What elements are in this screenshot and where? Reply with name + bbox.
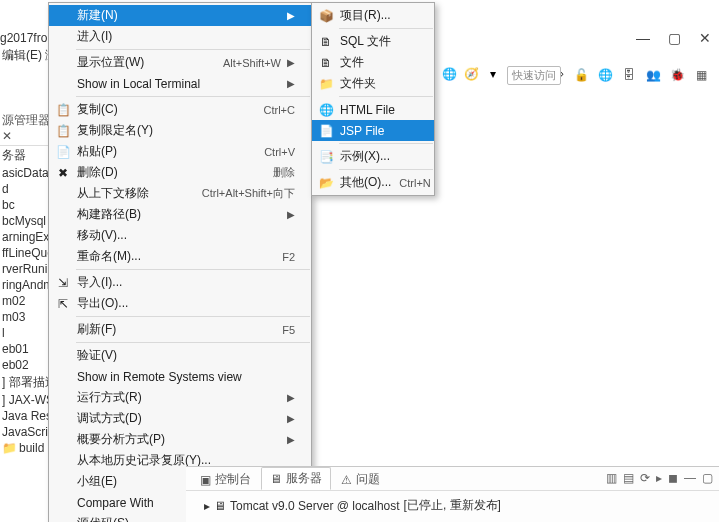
context-menu-item[interactable]: 刷新(F)F5 xyxy=(49,319,311,340)
window-controls: — ▢ ✕ xyxy=(636,30,711,46)
context-menu-item[interactable]: 📋复制(C)Ctrl+C xyxy=(49,99,311,120)
menu-item-label: 构建路径(B) xyxy=(77,206,281,223)
import-icon: ⇲ xyxy=(55,275,71,291)
context-menu-item[interactable]: 新建(N)▶ xyxy=(49,5,311,26)
menu-item-label: 示例(X)... xyxy=(340,148,418,165)
quick-access-input[interactable]: 快速访问 xyxy=(507,66,561,85)
menu-item-label: 概要分析方式(P) xyxy=(77,431,281,448)
maximize-button[interactable]: ▢ xyxy=(668,30,681,46)
context-menu-item[interactable]: ✖删除(D)删除 xyxy=(49,162,311,183)
perspective-team-icon[interactable]: 👥 xyxy=(643,65,663,85)
context-menu-item[interactable]: ⇱导出(O)... xyxy=(49,293,311,314)
menu-item-label: 项目(R)... xyxy=(340,7,418,24)
bottom-tab-console[interactable]: ▣控制台 xyxy=(192,469,259,490)
context-menu-item[interactable]: 进入(I) xyxy=(49,26,311,47)
context-menu-item[interactable]: 📋复制限定名(Y) xyxy=(49,120,311,141)
new-submenu-item[interactable]: 📄JSP File xyxy=(312,120,434,141)
context-menu-item[interactable]: 显示位置(W)Alt+Shift+W▶ xyxy=(49,52,311,73)
menu-item-label: 验证(V) xyxy=(77,347,295,364)
context-menu-item[interactable]: 从上下文移除Ctrl+Alt+Shift+向下 xyxy=(49,183,311,204)
tab-label: 问题 xyxy=(356,471,380,488)
bottom-tab-server[interactable]: 🖥服务器 xyxy=(261,467,331,490)
context-menu-item[interactable]: 调试方式(D)▶ xyxy=(49,408,311,429)
submenu-arrow-icon: ▶ xyxy=(287,78,295,89)
panel-maximize-icon[interactable]: ▢ xyxy=(702,471,713,485)
context-menu-item[interactable]: 移动(V)... xyxy=(49,225,311,246)
problems-icon: ⚠ xyxy=(341,473,352,487)
context-menu-item[interactable]: 验证(V) xyxy=(49,345,311,366)
menu-item-shortcut: F2 xyxy=(282,251,295,263)
context-menu-item[interactable]: 概要分析方式(P)▶ xyxy=(49,429,311,450)
dropdown-icon[interactable]: ▾ xyxy=(484,65,502,83)
menu-item-label: 进入(I) xyxy=(77,28,295,45)
new-submenu: 📦项目(R)...🗎SQL 文件🗎文件📁文件夹🌐HTML File📄JSP Fi… xyxy=(311,2,435,196)
new-submenu-item[interactable]: 🗎文件 xyxy=(312,52,434,73)
menu-item-label: 导入(I)... xyxy=(77,274,295,291)
new-submenu-item[interactable]: 📂其他(O)...Ctrl+N xyxy=(312,172,434,193)
context-menu-item[interactable]: ⇲导入(I)... xyxy=(49,272,311,293)
new-submenu-item[interactable]: 🌐HTML File xyxy=(312,99,434,120)
folder-icon: 📁 xyxy=(318,76,334,92)
perspective-open-icon[interactable]: 🔓 xyxy=(571,65,591,85)
menu-item-label: 显示位置(W) xyxy=(77,54,215,71)
context-menu-item[interactable]: Show in Local Terminal▶ xyxy=(49,73,311,94)
menu-separator xyxy=(339,143,433,144)
context-menu: 新建(N)▶进入(I)显示位置(W)Alt+Shift+W▶Show in Lo… xyxy=(48,2,312,522)
new-submenu-item[interactable]: 📦项目(R)... xyxy=(312,5,434,26)
menu-item-label: HTML File xyxy=(340,103,418,117)
panel-tool-icon[interactable]: ⟳ xyxy=(640,471,650,485)
example-icon: 📑 xyxy=(318,149,334,165)
new-submenu-item[interactable]: 📁文件夹 xyxy=(312,73,434,94)
menu-separator xyxy=(76,49,310,50)
tab-label: 控制台 xyxy=(215,471,251,488)
panel-tool-icon[interactable]: ▸ xyxy=(656,471,662,485)
menu-item-label: 新建(N) xyxy=(77,7,281,24)
proj-icon: 📦 xyxy=(318,8,334,24)
html-icon: 🌐 xyxy=(318,102,334,118)
context-menu-item[interactable]: 📄粘贴(P)Ctrl+V xyxy=(49,141,311,162)
panel-tool-icon[interactable]: ▥ xyxy=(606,471,617,485)
context-menu-item[interactable]: 重命名(M)...F2 xyxy=(49,246,311,267)
panel-minimize-icon[interactable]: — xyxy=(684,471,696,485)
bottom-tab-problems[interactable]: ⚠问题 xyxy=(333,469,388,490)
tree-expand-icon[interactable]: ▸ xyxy=(204,499,210,513)
context-menu-item[interactable]: 运行方式(R)▶ xyxy=(49,387,311,408)
perspective-db-icon[interactable]: 🗄 xyxy=(619,65,639,85)
menu-separator xyxy=(76,316,310,317)
submenu-arrow-icon: ▶ xyxy=(287,10,295,21)
menu-item-label: 重命名(M)... xyxy=(77,248,274,265)
menu-item-shortcut: Ctrl+N xyxy=(399,177,430,189)
bottom-panel: ▣控制台🖥服务器⚠问题 ▥ ▤ ⟳ ▸ ◼ — ▢ ▸ 🖥 Tomcat v9.… xyxy=(186,466,719,522)
perspective-java-ee-icon[interactable]: 🌐 xyxy=(595,65,615,85)
minimize-button[interactable]: — xyxy=(636,30,650,46)
submenu-arrow-icon: ▶ xyxy=(287,434,295,445)
copy-icon: 📋 xyxy=(55,123,71,139)
server-icon: 🖥 xyxy=(270,472,282,486)
context-menu-item[interactable]: Show in Remote Systems view xyxy=(49,366,311,387)
submenu-arrow-icon: ▶ xyxy=(287,413,295,424)
panel-tool-icon[interactable]: ◼ xyxy=(668,471,678,485)
perspective-debug-icon[interactable]: 🐞 xyxy=(667,65,687,85)
paste-icon: 📄 xyxy=(55,144,71,160)
folder-icon: 📁 xyxy=(2,441,17,455)
toolbar-right: 快速访问 🔓 🌐 🗄 👥 🐞 ▦ xyxy=(507,65,711,85)
submenu-arrow-icon: ▶ xyxy=(287,392,295,403)
menu-separator xyxy=(76,269,310,270)
browser-icon[interactable]: 🧭 xyxy=(462,65,480,83)
menu-item-label: Show in Local Terminal xyxy=(77,77,281,91)
new-submenu-item[interactable]: 🗎SQL 文件 xyxy=(312,31,434,52)
close-button[interactable]: ✕ xyxy=(699,30,711,46)
new-submenu-item[interactable]: 📑示例(X)... xyxy=(312,146,434,167)
copy-icon: 📋 xyxy=(55,102,71,118)
globe-icon[interactable]: 🌐 xyxy=(440,65,458,83)
menu-item-shortcut: Alt+Shift+W xyxy=(223,57,281,69)
server-icon: 🖥 xyxy=(214,499,226,513)
server-entry[interactable]: ▸ 🖥 Tomcat v9.0 Server @ localhost 已停止, … xyxy=(186,491,719,514)
menu-item-label: JSP File xyxy=(340,124,418,138)
menu-separator xyxy=(339,169,433,170)
perspective-other-icon[interactable]: ▦ xyxy=(691,65,711,85)
menu-item-shortcut: Ctrl+C xyxy=(264,104,295,116)
context-menu-item[interactable]: 构建路径(B)▶ xyxy=(49,204,311,225)
menu-item-label: 运行方式(R) xyxy=(77,389,281,406)
panel-tool-icon[interactable]: ▤ xyxy=(623,471,634,485)
